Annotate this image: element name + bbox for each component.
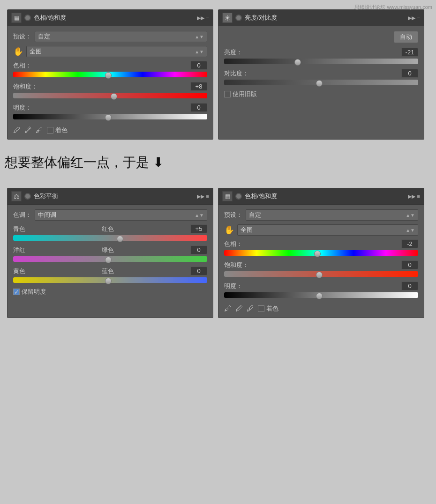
panel2-contrast-label: 对比度： [224,69,248,78]
panel1-sat-row: 饱和度： +8 [13,82,207,98]
panel3-tone-select[interactable]: 中间调 ▲▼ [35,209,207,221]
panel3-mg-value[interactable]: 0 [190,245,207,254]
panel1-hue-thumb[interactable] [105,72,112,79]
panel2-contrast-row: 对比度： 0 [224,69,418,85]
panel1-body: 预设： 自定 ▲▼ ✋ 全图 ▲▼ 色相： 0 [8,26,213,139]
panel1-menu-icon[interactable]: ≡ [206,15,209,21]
panel1-sat-label: 饱和度： [13,82,38,91]
panel1-channel-select[interactable]: 全图 ▲▼ [26,46,207,57]
panel4-sat-track[interactable] [224,271,418,277]
panel4-header-right: ▶▶ ≡ [408,193,420,200]
panel3-forward-icon[interactable]: ▶▶ [197,193,204,200]
panel1-hue-row: 色相： 0 [13,61,207,77]
panel2-brightness-label-row: 亮度： -21 [224,48,418,57]
panel3-tone-value: 中间调 [38,211,56,219]
panel1-circle-icon [24,15,31,21]
panel3-preserve-row: ✓ 保留明度 [13,288,207,296]
panel-hue-saturation-1: ▦ 色相/饱和度 ▶▶ ≡ 预设： 自定 ▲▼ ✋ 全图 [7,9,213,140]
panel1-eyedropper-minus-icon[interactable]: 🖋 [36,126,43,134]
mid-text-content: 想要整体偏红一点，于是 [5,155,149,170]
panel2-auto-button[interactable]: 自动 [394,31,418,43]
panel4-preset-select[interactable]: 自定 ▲▼ [246,209,418,221]
panel1-light-track[interactable] [13,114,207,119]
panel1-hue-track[interactable] [13,72,207,77]
panel2-menu-icon[interactable]: ≡ [417,15,420,21]
panel1-channel-row: ✋ 全图 ▲▼ [13,46,207,57]
panel3-mg-row: 洋红 绿色 0 [13,245,207,262]
panel2-contrast-track[interactable] [224,80,418,85]
panel4-light-track[interactable] [224,292,418,298]
mid-text: 想要整体偏红一点，于是 ⬇ [0,144,436,178]
panel4-hue-row: 色相： -2 [224,239,418,256]
panel-brightness-contrast: ☀ 亮度/对比度 ▶▶ ≡ 自动 亮度： -21 [218,9,424,140]
panel1-light-thumb[interactable] [105,114,112,121]
panel1-sat-thumb[interactable] [111,93,117,100]
panel2-brightness-value[interactable]: -21 [401,48,418,57]
watermark: 思续设计论坛 www.missyuan.com [354,4,432,11]
panel3-yb-value[interactable]: 0 [190,267,207,275]
panel3-preserve-text: 保留明度 [22,288,46,296]
panel4-menu-icon[interactable]: ≡ [417,193,420,199]
panel3-tone-row: 色调： 中间调 ▲▼ [13,209,207,221]
panel1-channel-arrow: ▲▼ [195,49,204,54]
panel3-green-label: 绿色 [102,246,114,254]
panel4-colorize-checkbox[interactable] [258,305,264,312]
panel1-sat-track[interactable] [13,93,207,98]
top-panels-row: ▦ 色相/饱和度 ▶▶ ≡ 预设： 自定 ▲▼ ✋ 全图 [0,0,436,144]
panel2-brightness-icon: ☀ [222,13,233,23]
panel3-yb-track[interactable] [13,277,207,283]
panel2-contrast-label-row: 对比度： 0 [224,69,418,78]
panel3-menu-icon[interactable]: ≡ [206,193,209,199]
panel1-colorize-checkbox[interactable] [47,127,53,133]
panel4-sat-value[interactable]: 0 [401,260,418,269]
panel4-hue-track[interactable] [224,250,418,256]
panel4-preset-label: 预设： [224,211,243,219]
panel1-preset-select[interactable]: 自定 ▲▼ [35,31,207,42]
panel1-forward-icon[interactable]: ▶▶ [197,15,204,21]
panel4-eyedropper-plus-icon[interactable]: 🖉 [235,304,243,313]
panel4-hue-value[interactable]: -2 [401,239,418,248]
panel3-cr-value[interactable]: +5 [190,224,207,233]
panel1-header: ▦ 色相/饱和度 ▶▶ ≡ [8,10,213,26]
panel4-channel-select[interactable]: 全图 ▲▼ [237,224,418,236]
panel2-contrast-thumb[interactable] [316,80,323,87]
panel2-forward-icon[interactable]: ▶▶ [408,15,415,21]
panel4-hue-thumb[interactable] [314,251,321,257]
panel2-legacy-text: 使用旧版 [233,90,257,98]
panel3-preserve-checkbox[interactable]: ✓ [13,289,20,295]
panel2-brightness-thumb[interactable] [294,59,301,66]
panel1-header-right: ▶▶ ≡ [197,15,209,21]
panel4-forward-icon[interactable]: ▶▶ [408,193,415,200]
panel1-eyedropper-icon[interactable]: 🖊 [13,126,21,134]
panel3-balance-icon: ⚖ [11,191,22,201]
panel1-hue-label-row: 色相： 0 [13,61,207,70]
panel4-eyedropper-minus-icon[interactable]: 🖋 [247,304,254,313]
panel1-light-value[interactable]: 0 [190,103,207,112]
panel2-contrast-value[interactable]: 0 [401,69,418,78]
panel3-circle-icon [24,193,31,200]
panel-color-balance: ⚖ 色彩平衡 ▶▶ ≡ 色调： 中间调 ▲▼ 青色 [7,188,213,318]
panel1-hue-value[interactable]: 0 [190,61,207,70]
panel1-sat-value[interactable]: +8 [190,82,207,91]
panel4-light-label-row: 明度： 0 [224,282,418,290]
panel2-legacy-checkbox[interactable] [224,91,231,97]
panel3-cr-track[interactable] [13,235,207,241]
panel3-cr-thumb[interactable] [117,236,123,242]
panel3-mg-label-row: 洋红 绿色 0 [13,245,207,254]
panel3-mg-track[interactable] [13,256,207,262]
panel3-cyan-red-row: 青色 红色 +5 [13,224,207,241]
panel4-light-thumb[interactable] [316,293,323,299]
panel4-eyedropper-icon[interactable]: 🖊 [224,304,232,313]
panel3-mg-thumb[interactable] [105,257,112,263]
panel1-bottom-tools: 🖊 🖉 🖋 着色 [13,124,207,134]
panel3-yb-thumb[interactable] [105,278,112,284]
panel2-brightness-track[interactable] [224,59,418,64]
panel4-light-value[interactable]: 0 [401,282,418,290]
panel4-channel-row: ✋ 全图 ▲▼ [224,224,418,236]
panel4-preset-arrow: ▲▼ [406,213,415,218]
panel1-eyedropper-plus-icon[interactable]: 🖉 [24,126,32,134]
panel4-sat-row: 饱和度： 0 [224,260,418,277]
panel1-preset-row: 预设： 自定 ▲▼ [13,31,207,42]
panel3-body: 色调： 中间调 ▲▼ 青色 红色 +5 洋红 [8,205,213,301]
panel4-sat-thumb[interactable] [316,272,323,278]
